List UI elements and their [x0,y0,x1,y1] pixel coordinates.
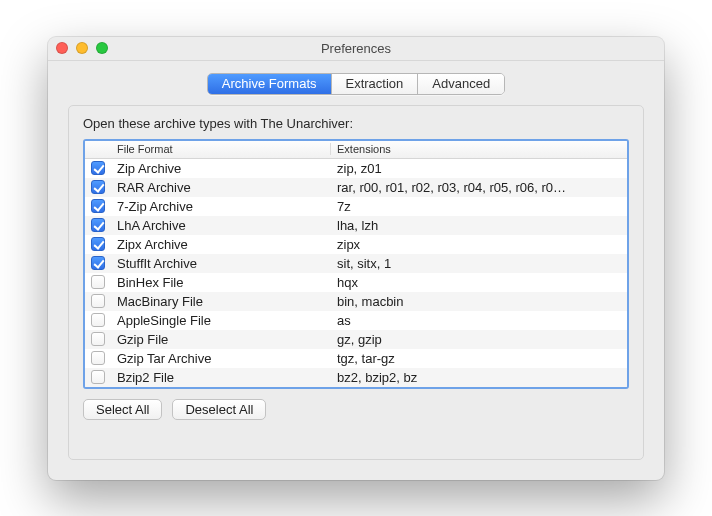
table-header: File Format Extensions [85,141,627,159]
row-extensions: lha, lzh [331,218,627,233]
table-row[interactable]: Gzip Tar Archivetgz, tar-gz [85,349,627,368]
row-checkbox-cell [85,294,111,308]
row-checkbox[interactable] [91,256,105,270]
table-row[interactable]: Bzip2 Filebz2, bzip2, bz [85,368,627,387]
tab-archive-formats[interactable]: Archive Formats [208,74,332,94]
row-extensions: as [331,313,627,328]
table-row[interactable]: 7-Zip Archive7z [85,197,627,216]
table-row[interactable]: LhA Archivelha, lzh [85,216,627,235]
row-extensions: gz, gzip [331,332,627,347]
table-body: Zip Archivezip, z01RAR Archiverar, r00, … [85,159,627,387]
row-extensions: bin, macbin [331,294,627,309]
row-checkbox-cell [85,370,111,384]
row-checkbox-cell [85,256,111,270]
deselect-all-button[interactable]: Deselect All [172,399,266,420]
tab-advanced[interactable]: Advanced [418,74,504,94]
row-checkbox-cell [85,180,111,194]
window-controls [56,42,108,54]
row-checkbox[interactable] [91,199,105,213]
table-row[interactable]: AppleSingle Fileas [85,311,627,330]
row-checkbox[interactable] [91,351,105,365]
row-format: Bzip2 File [111,370,331,385]
row-checkbox-cell [85,218,111,232]
row-checkbox-cell [85,313,111,327]
content-area: Archive Formats Extraction Advanced Open… [48,61,664,480]
row-format: MacBinary File [111,294,331,309]
row-checkbox-cell [85,332,111,346]
row-format: BinHex File [111,275,331,290]
row-checkbox-cell [85,351,111,365]
preferences-window: Preferences Archive Formats Extraction A… [48,37,664,480]
tab-extraction[interactable]: Extraction [332,74,419,94]
table-row[interactable]: BinHex Filehqx [85,273,627,292]
segmented-tabs: Archive Formats Extraction Advanced [207,73,505,95]
row-extensions: zip, z01 [331,161,627,176]
tab-bar: Archive Formats Extraction Advanced [68,73,644,95]
row-extensions: hqx [331,275,627,290]
row-checkbox[interactable] [91,275,105,289]
row-checkbox[interactable] [91,313,105,327]
row-format: 7-Zip Archive [111,199,331,214]
row-format: StuffIt Archive [111,256,331,271]
row-extensions: 7z [331,199,627,214]
minimize-icon[interactable] [76,42,88,54]
row-checkbox[interactable] [91,161,105,175]
button-row: Select All Deselect All [83,399,629,420]
row-checkbox[interactable] [91,370,105,384]
formats-table[interactable]: File Format Extensions Zip Archivezip, z… [83,139,629,389]
row-format: RAR Archive [111,180,331,195]
row-checkbox[interactable] [91,218,105,232]
table-row[interactable]: Zip Archivezip, z01 [85,159,627,178]
header-extensions[interactable]: Extensions [331,143,627,155]
row-checkbox-cell [85,161,111,175]
row-checkbox-cell [85,199,111,213]
row-checkbox[interactable] [91,237,105,251]
row-format: Zipx Archive [111,237,331,252]
zoom-icon[interactable] [96,42,108,54]
row-format: Zip Archive [111,161,331,176]
table-row[interactable]: StuffIt Archivesit, sitx, 1 [85,254,627,273]
row-format: LhA Archive [111,218,331,233]
row-extensions: rar, r00, r01, r02, r03, r04, r05, r06, … [331,180,627,195]
formats-group: Open these archive types with The Unarch… [68,105,644,460]
header-format[interactable]: File Format [111,143,331,155]
group-label: Open these archive types with The Unarch… [83,116,629,131]
row-format: Gzip Tar Archive [111,351,331,366]
row-format: AppleSingle File [111,313,331,328]
select-all-button[interactable]: Select All [83,399,162,420]
row-checkbox-cell [85,275,111,289]
row-extensions: tgz, tar-gz [331,351,627,366]
table-row[interactable]: RAR Archiverar, r00, r01, r02, r03, r04,… [85,178,627,197]
row-extensions: zipx [331,237,627,252]
table-row[interactable]: Zipx Archivezipx [85,235,627,254]
row-checkbox-cell [85,237,111,251]
window-title: Preferences [48,41,664,56]
table-row[interactable]: MacBinary Filebin, macbin [85,292,627,311]
close-icon[interactable] [56,42,68,54]
row-extensions: sit, sitx, 1 [331,256,627,271]
table-row[interactable]: Gzip Filegz, gzip [85,330,627,349]
row-checkbox[interactable] [91,332,105,346]
row-checkbox[interactable] [91,294,105,308]
row-checkbox[interactable] [91,180,105,194]
row-extensions: bz2, bzip2, bz [331,370,627,385]
titlebar: Preferences [48,37,664,61]
row-format: Gzip File [111,332,331,347]
